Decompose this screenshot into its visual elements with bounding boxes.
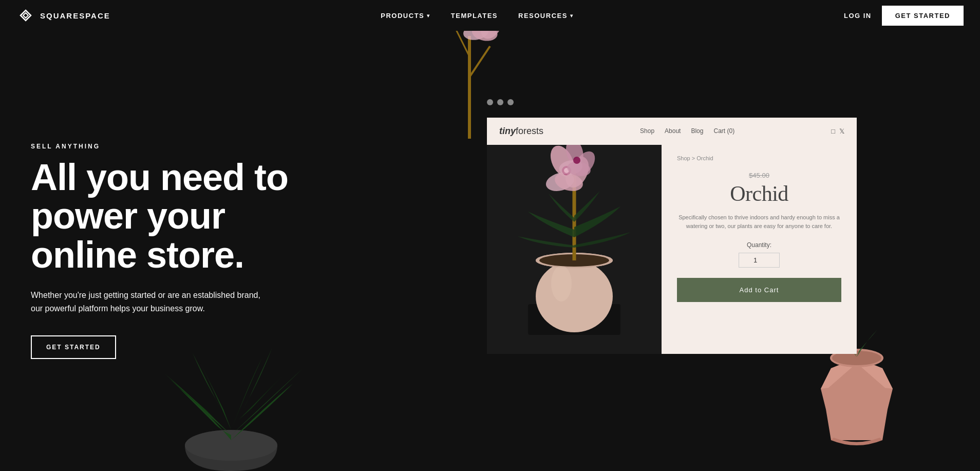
demo-dots xyxy=(487,99,514,105)
svg-point-40 xyxy=(185,430,277,461)
demo-breadcrumb: Shop > Orchid xyxy=(677,155,841,161)
hero-subtext: Whether you're just getting started or a… xyxy=(31,289,267,315)
demo-price-old: $45.00 xyxy=(677,172,841,179)
logo-text: SQUARESPACE xyxy=(40,11,110,20)
demo-brand: tinyforests xyxy=(499,126,543,137)
chevron-down-icon: ▾ xyxy=(570,13,574,18)
nav-templates[interactable]: TEMPLATES xyxy=(451,12,498,20)
svg-line-2 xyxy=(469,46,490,77)
dot-1 xyxy=(487,99,493,105)
svg-point-25 xyxy=(551,266,572,302)
svg-rect-0 xyxy=(16,6,35,25)
dot-2 xyxy=(497,99,503,105)
svg-point-38 xyxy=(573,157,580,164)
hero-headline: All you need to power your online store. xyxy=(31,158,318,275)
dot-3 xyxy=(507,99,514,105)
hero-section: SELL ANYTHING All you need to power your… xyxy=(0,0,980,471)
logo[interactable]: SQUARESPACE xyxy=(16,6,110,25)
svg-point-22 xyxy=(536,260,613,332)
demo-nav-about[interactable]: About xyxy=(665,127,681,135)
demo-nav-links: Shop About Blog Cart (0) xyxy=(640,127,734,135)
nav-products[interactable]: PRODUCTS ▾ xyxy=(381,12,430,20)
demo-quantity-input[interactable] xyxy=(739,253,780,268)
demo-product-content: Shop > Orchid $45.00 Orchid Specifically… xyxy=(487,145,857,354)
main-nav: SQUARESPACE PRODUCTS ▾ TEMPLATES RESOURC… xyxy=(0,0,980,31)
nav-get-started-button[interactable]: GET STARTED xyxy=(882,6,964,26)
nav-center: PRODUCTS ▾ TEMPLATES RESOURCES ▾ xyxy=(381,12,573,20)
nav-resources[interactable]: RESOURCES ▾ xyxy=(518,12,573,20)
hero-eyebrow: SELL ANYTHING xyxy=(31,143,318,150)
demo-window: tinyforests Shop About Blog Cart (0) □ 𝕏 xyxy=(487,118,857,354)
add-to-cart-button[interactable]: Add to Cart xyxy=(677,278,841,302)
demo-nav-cart[interactable]: Cart (0) xyxy=(713,127,734,135)
hero-text-block: SELL ANYTHING All you need to power your… xyxy=(0,143,318,360)
demo-nav-blog[interactable]: Blog xyxy=(691,127,703,135)
instagram-icon: □ xyxy=(831,127,835,135)
demo-nav-bar: tinyforests Shop About Blog Cart (0) □ 𝕏 xyxy=(487,118,857,145)
demo-product-image xyxy=(487,145,662,354)
demo-nav-shop[interactable]: Shop xyxy=(640,127,654,135)
demo-product-description: Specifically chosen to thrive indoors an… xyxy=(677,213,841,231)
demo-product-info: Shop > Orchid $45.00 Orchid Specifically… xyxy=(662,145,857,354)
chevron-down-icon: ▾ xyxy=(427,13,430,18)
twitter-icon: 𝕏 xyxy=(839,127,844,135)
demo-quantity-label: Quantity: xyxy=(677,241,841,249)
demo-nav-icons: □ 𝕏 xyxy=(831,127,844,135)
hero-cta-button[interactable]: GET STARTED xyxy=(31,335,116,359)
nav-right: LOG IN GET STARTED xyxy=(844,6,964,26)
login-button[interactable]: LOG IN xyxy=(844,12,872,20)
demo-product-name: Orchid xyxy=(677,181,841,206)
